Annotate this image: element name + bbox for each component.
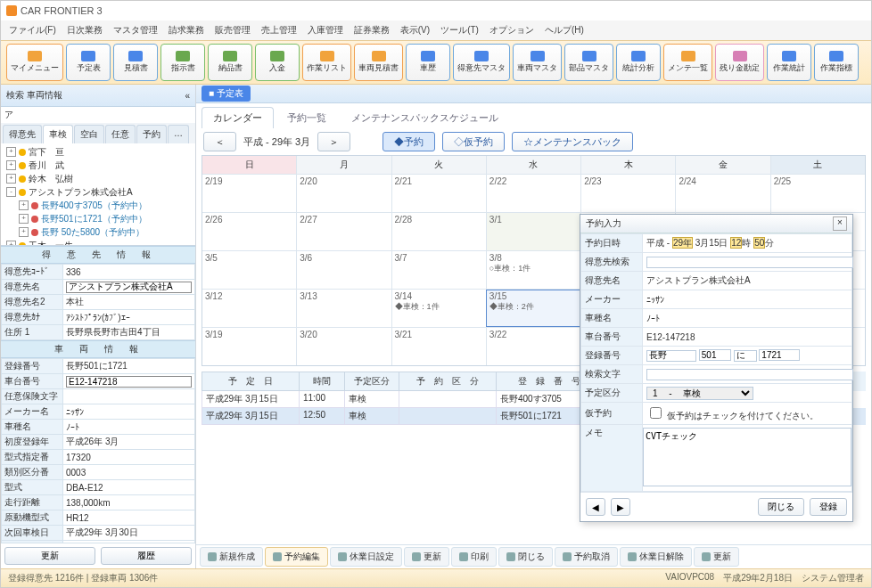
tree-customer-node[interactable]: +宮下 亘 (4, 145, 192, 159)
calendar-cell[interactable]: 3/15◆車検：2件 (486, 290, 580, 327)
toolbar-button[interactable]: マイメニュー (6, 44, 63, 81)
minute-spinner[interactable]: 50 (753, 237, 765, 249)
toolbar-button[interactable]: 残り金勘定 (715, 44, 764, 81)
expand-icon[interactable]: + (19, 227, 29, 237)
expand-icon[interactable]: - (6, 187, 16, 197)
view-tab[interactable]: メンテナンスパックスケジュール (340, 107, 510, 128)
prev-month-button[interactable]: ＜ (203, 132, 236, 151)
calendar-cell[interactable]: 3/7 (391, 251, 486, 289)
schedule-type-select[interactable]: 1 - 車検 (646, 387, 753, 400)
calendar-cell[interactable]: 2/25 (770, 175, 865, 212)
menu-item[interactable]: 日次業務 (62, 22, 107, 38)
calendar-cell[interactable]: 2/21 (391, 175, 486, 212)
calendar-cell[interactable]: 3/20 (296, 328, 391, 365)
toolbar-button[interactable]: 見積書 (113, 44, 158, 81)
toolbar-button[interactable]: 入金 (255, 44, 300, 81)
left-subtab[interactable]: 任意 (105, 125, 136, 143)
toolbar-button[interactable]: 作業指標 (814, 44, 859, 81)
calendar-cell[interactable]: 2/28 (391, 213, 486, 250)
toolbar-button[interactable]: メンテ一覧 (663, 44, 712, 81)
menu-item[interactable]: 入庫管理 (303, 22, 348, 38)
toolbar-button[interactable]: 予定表 (66, 44, 111, 81)
left-subtab[interactable]: 予約 (136, 125, 167, 143)
reg-area-input[interactable] (646, 350, 696, 362)
tree-customer-node[interactable]: +鈴木 弘樹 (4, 172, 192, 185)
next-month-button[interactable]: ＞ (317, 132, 350, 151)
menu-item[interactable]: 表示(V) (396, 22, 434, 38)
toolbar-button[interactable]: 作業統計 (767, 44, 811, 81)
tree-customer-node[interactable]: +玉木 一生 (4, 239, 192, 246)
info-input[interactable] (66, 376, 192, 388)
dialog-register-button[interactable]: 登録 (810, 498, 847, 516)
dialog-header[interactable]: 予約入力 × (580, 215, 852, 233)
memo-textarea[interactable]: CVTチェック (643, 428, 851, 486)
calendar-cell[interactable]: 3/8○車検：1件 (486, 251, 580, 289)
left-subtab[interactable]: 空白 (74, 125, 104, 143)
calendar-cell[interactable]: 3/21 (391, 328, 486, 365)
calendar-cell[interactable]: 2/27 (296, 213, 391, 250)
close-icon[interactable]: × (833, 216, 847, 231)
menu-item[interactable]: 請求業務 (164, 22, 209, 38)
calendar-cell[interactable]: 2/24 (675, 175, 769, 212)
toolbar-button[interactable]: 車両見積書 (354, 44, 403, 81)
calendar-cell[interactable]: 3/6 (296, 251, 391, 289)
calendar-cell[interactable]: 3/13 (296, 290, 391, 327)
section-tab-schedule[interactable]: ■ 予定表 (202, 86, 251, 102)
bottom-action[interactable]: 予約編集 (265, 547, 328, 567)
bottom-action[interactable]: 印刷 (451, 547, 497, 567)
dialog-close-button[interactable]: 閉じる (758, 498, 804, 516)
calendar-cell[interactable]: 2/22 (486, 175, 580, 212)
tree-customer-node[interactable]: -アシストプラン株式会社A (4, 185, 192, 199)
filter-reservation[interactable]: ◆予約 (383, 132, 435, 151)
calendar-cell[interactable]: 2/23 (580, 175, 675, 212)
bottom-action[interactable]: 休業日設定 (330, 547, 402, 567)
hour-spinner[interactable]: 12 (730, 237, 742, 249)
tree-vehicle-node[interactable]: +長野 50た5800（予約中） (4, 225, 192, 239)
view-tab[interactable]: カレンダー (202, 107, 274, 128)
customer-tree[interactable]: +宮下 亘+香川 武+鈴木 弘樹-アシストプラン株式会社A+長野400す3705… (1, 143, 195, 246)
tree-vehicle-node[interactable]: +長野400す3705（予約中） (4, 199, 192, 212)
reg-kana-input[interactable] (734, 350, 757, 362)
toolbar-button[interactable]: 車歴 (406, 44, 450, 81)
toolbar-button[interactable]: 納品書 (208, 44, 252, 81)
menu-item[interactable]: ファイル(F) (4, 22, 61, 38)
menu-item[interactable]: 販売管理 (210, 22, 255, 38)
info-input[interactable] (66, 282, 192, 293)
expand-icon[interactable]: + (6, 160, 16, 170)
pane-toggle-icon[interactable]: « (185, 91, 190, 101)
calendar-cell[interactable]: 2/20 (296, 175, 391, 212)
calendar-cell[interactable]: 3/5 (202, 251, 296, 289)
toolbar-button[interactable]: 車両マスタ (513, 44, 562, 81)
bottom-action[interactable]: 更新 (694, 547, 739, 567)
refresh-button[interactable]: 更新 (4, 547, 95, 565)
left-subtab[interactable]: … (168, 125, 189, 143)
expand-icon[interactable]: + (6, 174, 16, 184)
calendar-cell[interactable]: 2/19 (202, 175, 296, 212)
keyword-input[interactable] (646, 369, 853, 380)
bottom-action[interactable]: 予約取消 (555, 547, 618, 567)
provisional-checkbox[interactable] (650, 407, 662, 419)
bottom-action[interactable]: 休業日解除 (620, 547, 692, 567)
bottom-action[interactable]: 新規作成 (200, 547, 263, 567)
calendar-event[interactable]: ○車検：1件 (489, 263, 578, 274)
dialog-next-button[interactable]: ▶ (611, 498, 630, 516)
menu-item[interactable]: 売上管理 (257, 22, 301, 38)
calendar-event[interactable]: ◆車検：1件 (395, 301, 483, 313)
calendar-event[interactable]: ◆車検：2件 (489, 301, 578, 313)
bottom-action[interactable]: 閉じる (498, 547, 553, 567)
calendar-cell[interactable]: 3/19 (202, 328, 296, 365)
reg-num-input[interactable] (759, 349, 800, 361)
filter-maintenance-pack[interactable]: ☆メンテナンスパック (512, 132, 633, 151)
calendar-cell[interactable]: 2/26 (202, 213, 296, 250)
toolbar-button[interactable]: 得意先マスタ (453, 44, 510, 81)
menu-item[interactable]: ヘルプ(H) (540, 22, 588, 38)
history-button[interactable]: 履歴 (101, 547, 192, 565)
toolbar-button[interactable]: 統計分析 (616, 44, 661, 81)
expand-icon[interactable]: + (19, 200, 29, 210)
menu-item[interactable]: 証券業務 (350, 22, 394, 38)
filter-provisional[interactable]: ◇仮予約 (442, 132, 505, 151)
year-spinner[interactable]: 29年 (672, 237, 693, 249)
calendar-cell[interactable]: 3/1 (486, 213, 580, 250)
reg-class-input[interactable] (699, 349, 731, 361)
left-subtab[interactable]: 得意先 (3, 125, 42, 143)
